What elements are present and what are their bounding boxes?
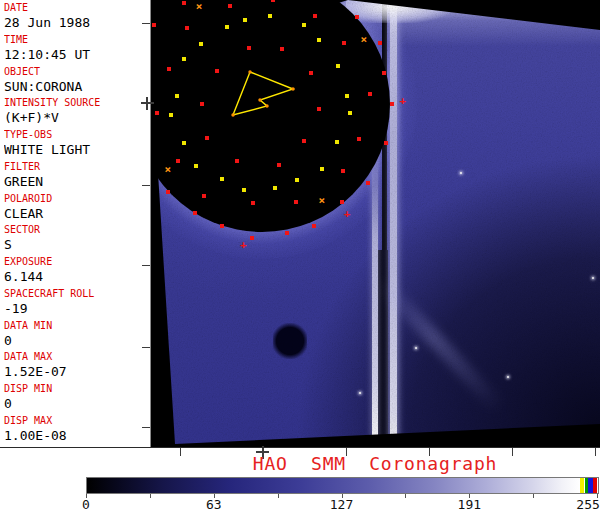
colorbar bbox=[86, 477, 599, 494]
metadata-field: DISP MIN0 bbox=[4, 383, 150, 415]
field-label: DATE bbox=[4, 2, 150, 14]
fiducial-plus-mark: + bbox=[344, 208, 351, 219]
fiducial-dot bbox=[271, 0, 275, 2]
fiducial-dot bbox=[268, 14, 272, 18]
fiducial-dot bbox=[312, 224, 316, 228]
metadata-field: FILTERGREEN bbox=[4, 161, 150, 193]
field-value: 1.00E-08 bbox=[4, 428, 150, 444]
field-label: FILTER bbox=[4, 161, 150, 173]
left-axis-tick bbox=[142, 23, 150, 24]
fiducial-dot bbox=[155, 111, 159, 115]
fiducial-dot bbox=[340, 200, 344, 204]
fiducial-dot bbox=[317, 38, 321, 42]
colorbar-tick-label: 127 bbox=[330, 497, 353, 512]
field-label: SECTOR bbox=[4, 224, 150, 236]
fiducial-dot bbox=[176, 159, 180, 163]
fiducial-dot bbox=[166, 190, 170, 194]
left-axis-tick bbox=[142, 347, 150, 348]
fiducial-dot bbox=[335, 140, 339, 144]
fiducial-dot bbox=[251, 201, 255, 205]
fiducial-dot bbox=[313, 14, 317, 18]
fiducial-dot bbox=[220, 224, 224, 228]
fiducial-dot bbox=[366, 181, 370, 185]
fiducial-dot bbox=[175, 94, 179, 98]
field-label: DATA MAX bbox=[4, 351, 150, 363]
fiducial-dot bbox=[169, 113, 173, 117]
left-axis-tick bbox=[142, 265, 150, 266]
left-axis-tick bbox=[142, 185, 150, 186]
colorbar-tick-label: 255 bbox=[576, 497, 599, 512]
field-value: 12:10:45 UT bbox=[4, 47, 150, 63]
metadata-sidebar: DATE28 Jun 1988TIME12:10:45 UTOBJECTSUN:… bbox=[0, 0, 150, 447]
bottom-axis-tick bbox=[512, 448, 513, 456]
bottom-axis-tick bbox=[595, 448, 596, 456]
field-label: OBJECT bbox=[4, 66, 150, 78]
coronagraph-image: +++++++×××× bbox=[151, 0, 600, 447]
fiducial-dot bbox=[215, 69, 219, 73]
fiducial-dot bbox=[200, 102, 204, 106]
fiducial-x-mark: × bbox=[165, 164, 172, 175]
field-value: CLEAR bbox=[4, 206, 150, 222]
metadata-field: EXPOSURE6.144 bbox=[4, 256, 150, 288]
fiducial-dot bbox=[355, 15, 359, 19]
fiducial-dot bbox=[199, 42, 203, 46]
fiducial-dot bbox=[228, 4, 232, 8]
fiducial-dot bbox=[336, 64, 340, 68]
fiducial-plus-mark: + bbox=[240, 239, 247, 250]
bottom-axis-tick bbox=[180, 448, 181, 456]
fiducial-dot bbox=[320, 167, 324, 171]
field-value: GREEN bbox=[4, 174, 150, 190]
field-value: WHITE LIGHT bbox=[4, 142, 150, 158]
metadata-field: DATA MAX1.52E-07 bbox=[4, 351, 150, 383]
metadata-field: SPACECRAFT ROLL-19 bbox=[4, 288, 150, 320]
fiducial-dot bbox=[348, 111, 352, 115]
field-label: DISP MAX bbox=[4, 415, 150, 427]
field-value: -19 bbox=[4, 301, 150, 317]
field-label: DISP MIN bbox=[4, 383, 150, 395]
colorbar-tick bbox=[278, 494, 279, 498]
fiducial-dot bbox=[285, 231, 289, 235]
metadata-field: SECTORS bbox=[4, 224, 150, 256]
fiducial-dot bbox=[382, 71, 386, 75]
fiducial-dot bbox=[295, 178, 299, 182]
fiducial-dot bbox=[225, 25, 229, 29]
fiducial-plus-mark: + bbox=[400, 95, 407, 106]
field-value: SUN:CORONA bbox=[4, 79, 150, 95]
fiducial-dot bbox=[250, 236, 254, 240]
metadata-field: DATE28 Jun 1988 bbox=[4, 2, 150, 34]
fiducial-dot bbox=[342, 41, 346, 45]
fiducial-x-mark: × bbox=[196, 1, 203, 12]
fiducial-dot bbox=[302, 139, 306, 143]
fiducial-dot bbox=[182, 1, 186, 5]
metadata-field: INTENSITY SOURCE(K+F)*V bbox=[4, 97, 150, 129]
fiducial-dot bbox=[277, 163, 281, 167]
field-label: TYPE-OBS bbox=[4, 129, 150, 141]
fiducial-dot bbox=[390, 102, 394, 106]
field-value: 28 Jun 1988 bbox=[4, 15, 150, 31]
fiducial-x-mark: × bbox=[360, 34, 367, 45]
field-value: (K+F)*V bbox=[4, 110, 150, 126]
fiducial-dot bbox=[247, 46, 251, 50]
fiducial-dot bbox=[185, 26, 189, 30]
fiducial-dot bbox=[235, 159, 239, 163]
field-value: 0 bbox=[4, 396, 150, 412]
colorbar-tick-label: 63 bbox=[206, 497, 222, 512]
colorbar-stripe bbox=[580, 478, 584, 493]
colorbar-tick bbox=[405, 494, 406, 498]
fiducial-dot bbox=[273, 186, 277, 190]
fiducial-dots-layer: +++++++×××× bbox=[151, 0, 600, 447]
fiducial-dot bbox=[341, 169, 345, 173]
fiducial-dot bbox=[317, 107, 321, 111]
fiducial-dot bbox=[205, 136, 209, 140]
fiducial-dot bbox=[368, 92, 372, 96]
metadata-field: TIME12:10:45 UT bbox=[4, 34, 150, 66]
fiducial-dot bbox=[309, 71, 313, 75]
fiducial-dot bbox=[384, 141, 388, 145]
fiducial-dot bbox=[220, 177, 224, 181]
field-label: EXPOSURE bbox=[4, 256, 150, 268]
colorbar-stripe bbox=[593, 478, 597, 493]
field-label: SPACECRAFT ROLL bbox=[4, 288, 150, 300]
field-label: INTENSITY SOURCE bbox=[4, 97, 150, 109]
field-value: 0 bbox=[4, 333, 150, 349]
frame-line-horizontal bbox=[0, 447, 600, 448]
